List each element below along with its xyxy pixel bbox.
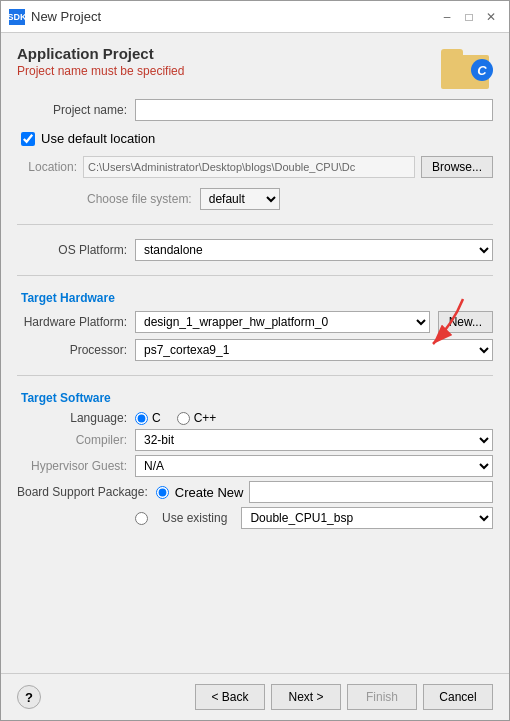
project-name-input[interactable] (135, 99, 493, 121)
cancel-button[interactable]: Cancel (423, 684, 493, 710)
processor-select[interactable]: ps7_cortexa9_1 ps7_cortexa9_0 (135, 339, 493, 361)
project-name-row: Project name: (17, 99, 493, 121)
finish-button[interactable]: Finish (347, 684, 417, 710)
divider-1 (17, 224, 493, 225)
maximize-button[interactable]: □ (459, 7, 479, 27)
filesystem-select[interactable]: default (200, 188, 280, 210)
divider-2 (17, 275, 493, 276)
target-hardware-label: Target Hardware (17, 291, 115, 305)
footer-left: ? (17, 685, 41, 709)
compiler-row: Compiler: 32-bit 64-bit (17, 429, 493, 451)
use-default-location-label: Use default location (41, 131, 155, 146)
processor-row: Processor: ps7_cortexa9_1 ps7_cortexa9_0 (17, 339, 493, 361)
language-label: Language: (17, 411, 127, 425)
bsp-use-existing-row: Use existing Double_CPU1_bsp (17, 507, 493, 529)
use-default-location-row: Use default location (17, 131, 493, 146)
dialog-content: Application Project Project name must be… (1, 33, 509, 673)
header-section: Application Project Project name must be… (17, 45, 493, 89)
target-software-label: Target Software (17, 391, 111, 405)
hardware-platform-label: Hardware Platform: (17, 315, 127, 329)
hardware-platform-select[interactable]: design_1_wrapper_hw_platform_0 (135, 311, 430, 333)
window-controls: – □ ✕ (437, 7, 501, 27)
hypervisor-label: Hypervisor Guest: (17, 459, 127, 473)
processor-label: Processor: (17, 343, 127, 357)
dialog-title: New Project (31, 9, 437, 24)
target-software-section: Target Software Language: C C++ Com (17, 390, 493, 529)
compiler-select[interactable]: 32-bit 64-bit (135, 429, 493, 451)
hardware-platform-row: Hardware Platform: design_1_wrapper_hw_p… (17, 311, 493, 333)
language-c-option: C (135, 411, 161, 425)
back-button[interactable]: < Back (195, 684, 265, 710)
divider-3 (17, 375, 493, 376)
os-platform-label: OS Platform: (17, 243, 127, 257)
folder-icon: C (441, 45, 493, 89)
bsp-label: Board Support Package: (17, 485, 148, 499)
app-icon: SDK (9, 9, 25, 25)
close-button[interactable]: ✕ (481, 7, 501, 27)
location-label: Location: (17, 160, 77, 174)
bsp-use-existing-select[interactable]: Double_CPU1_bsp (241, 507, 493, 529)
use-default-location-checkbox[interactable] (21, 132, 35, 146)
bsp-create-new-label: Create New (175, 485, 244, 500)
bsp-use-existing-label: Use existing (162, 511, 227, 525)
next-button[interactable]: Next > (271, 684, 341, 710)
bsp-create-new-input[interactable] (249, 481, 493, 503)
language-c-label: C (152, 411, 161, 425)
filesystem-row: Choose file system: default (17, 188, 493, 210)
form-title: Application Project (17, 45, 184, 62)
folder-c-icon: C (471, 59, 493, 81)
language-cpp-label: C++ (194, 411, 217, 425)
new-hardware-button[interactable]: New... (438, 311, 493, 333)
os-platform-row: OS Platform: standalone Linux FreeRTOS (17, 239, 493, 261)
help-button[interactable]: ? (17, 685, 41, 709)
language-row: Language: C C++ (17, 411, 493, 425)
hypervisor-select[interactable]: N/A (135, 455, 493, 477)
bsp-create-row: Board Support Package: Create New (17, 481, 493, 503)
title-bar: SDK New Project – □ ✕ (1, 1, 509, 33)
bsp-use-existing-radio[interactable] (135, 512, 148, 525)
location-row: Location: Browse... (17, 156, 493, 178)
dialog-footer: ? < Back Next > Finish Cancel (1, 673, 509, 720)
os-platform-select[interactable]: standalone Linux FreeRTOS (135, 239, 493, 261)
footer-right: < Back Next > Finish Cancel (195, 684, 493, 710)
dialog: SDK New Project – □ ✕ Application Projec… (0, 0, 510, 721)
bsp-create-new-radio[interactable] (156, 486, 169, 499)
language-cpp-option: C++ (177, 411, 217, 425)
target-hardware-section: Target Hardware Hardware Platform: desig… (17, 290, 493, 361)
header-text: Application Project Project name must be… (17, 45, 184, 78)
language-radio-group: C C++ (135, 411, 216, 425)
compiler-label: Compiler: (17, 433, 127, 447)
bsp-create-group: Create New (156, 481, 493, 503)
filesystem-label: Choose file system: (87, 192, 192, 206)
minimize-button[interactable]: – (437, 7, 457, 27)
form-subtitle: Project name must be specified (17, 64, 184, 78)
hypervisor-row: Hypervisor Guest: N/A (17, 455, 493, 477)
project-name-label: Project name: (17, 103, 127, 117)
browse-button[interactable]: Browse... (421, 156, 493, 178)
language-cpp-radio[interactable] (177, 412, 190, 425)
language-c-radio[interactable] (135, 412, 148, 425)
location-input[interactable] (83, 156, 415, 178)
